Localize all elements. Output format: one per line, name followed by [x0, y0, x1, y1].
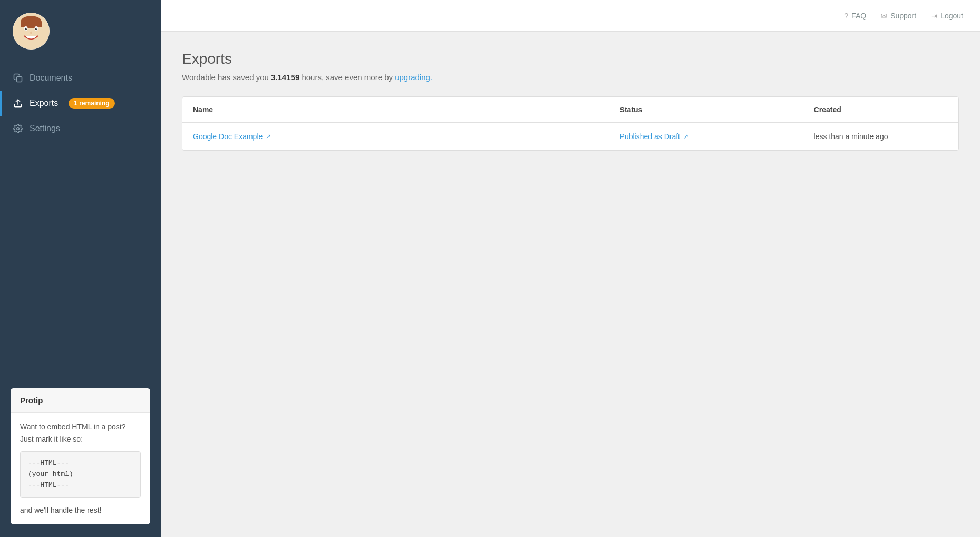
email-icon: ✉ [881, 12, 887, 20]
svg-rect-12 [17, 77, 22, 82]
subtitle-middle: hours, save even more by [299, 73, 395, 82]
sidebar-nav: Documents Exports 1 remaining S [0, 65, 161, 141]
exports-table-card: Name Status Created Google Doc Example ↗… [182, 96, 959, 151]
col-header-created: Created [803, 97, 958, 123]
row-name: Google Doc Example ↗ [182, 123, 609, 151]
status-external-icon: ↗ [683, 133, 688, 140]
upgrade-link[interactable]: upgrading. [395, 73, 432, 82]
protip-card: Protip Want to embed HTML in a post? Jus… [11, 388, 150, 524]
topbar: ? FAQ ✉ Support ⇥ Logout [161, 0, 980, 32]
sidebar-item-documents[interactable]: Documents [0, 65, 161, 91]
svg-point-11 [40, 28, 43, 34]
exports-badge: 1 remaining [69, 98, 114, 109]
page-title: Exports [182, 51, 959, 67]
protip-footer-text: and we'll handle the rest! [20, 506, 101, 514]
subtitle-prefix: Wordable has saved you [182, 73, 271, 82]
col-header-status: Status [609, 97, 803, 123]
faq-link[interactable]: ? FAQ [844, 12, 866, 20]
support-label: Support [890, 12, 916, 20]
sidebar-item-exports[interactable]: Exports 1 remaining [0, 91, 161, 116]
svg-point-8 [36, 28, 37, 29]
upload-icon [13, 98, 23, 109]
sidebar-item-exports-label: Exports [30, 99, 58, 108]
doc-link[interactable]: Google Doc Example ↗ [193, 132, 599, 141]
sidebar: Documents Exports 1 remaining S [0, 0, 161, 537]
faq-label: FAQ [851, 12, 866, 20]
svg-point-7 [26, 28, 27, 29]
content-area: Exports Wordable has saved you 3.14159 h… [161, 32, 980, 537]
exports-table: Name Status Created Google Doc Example ↗… [182, 97, 958, 150]
gear-icon [13, 123, 23, 134]
support-link[interactable]: ✉ Support [881, 12, 916, 20]
external-link-icon: ↗ [266, 133, 271, 140]
sidebar-item-settings-label: Settings [30, 124, 60, 133]
row-created: less than a minute ago [803, 123, 958, 151]
protip-code: ---HTML--- (your html) ---HTML--- [20, 451, 141, 497]
protip-title: Protip [11, 388, 150, 413]
svg-point-10 [19, 28, 22, 34]
svg-rect-2 [21, 22, 42, 27]
avatar [13, 13, 50, 50]
question-icon: ? [844, 12, 848, 20]
svg-point-14 [17, 128, 20, 130]
subtitle: Wordable has saved you 3.14159 hours, sa… [182, 73, 959, 82]
protip-body: Want to embed HTML in a post? Just mark … [11, 413, 150, 524]
sidebar-item-documents-label: Documents [30, 73, 72, 83]
protip-body-text: Want to embed HTML in a post? Just mark … [20, 423, 126, 443]
table-header-row: Name Status Created [182, 97, 958, 123]
svg-point-9 [30, 32, 32, 34]
logout-icon: ⇥ [931, 12, 937, 20]
logout-link[interactable]: ⇥ Logout [931, 12, 963, 20]
main-content: ? FAQ ✉ Support ⇥ Logout Exports Wordabl… [161, 0, 980, 537]
exports-table-body: Google Doc Example ↗ Published as Draft … [182, 123, 958, 151]
table-row: Google Doc Example ↗ Published as Draft … [182, 123, 958, 151]
copy-icon [13, 73, 23, 83]
hours-value: 3.14159 [271, 73, 299, 82]
row-status: Published as Draft ↗ [609, 123, 803, 151]
logout-label: Logout [940, 12, 963, 20]
col-header-name: Name [182, 97, 609, 123]
avatar-area [0, 0, 161, 60]
sidebar-item-settings[interactable]: Settings [0, 116, 161, 141]
